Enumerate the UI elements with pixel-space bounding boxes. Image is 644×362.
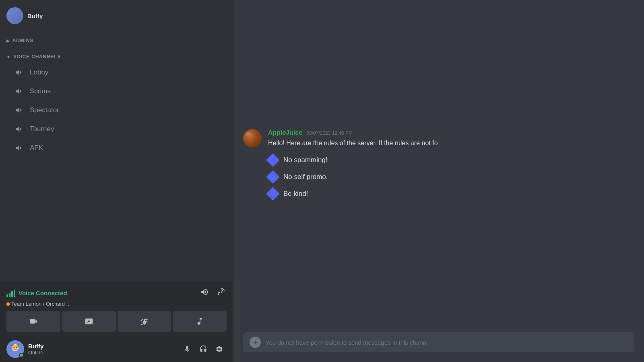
top-user-name: Buffy [27, 12, 43, 19]
voice-channel-icon-scrims [13, 85, 26, 98]
svg-point-5 [14, 347, 15, 348]
soundboard-button[interactable] [173, 311, 227, 332]
voice-status-row: Voice Connected [6, 286, 227, 300]
user-panel: Buffy Online [0, 336, 233, 362]
boost-button[interactable] [118, 311, 171, 332]
camera-button[interactable] [6, 311, 60, 332]
message-avatar [243, 129, 262, 148]
user-display-name: Buffy [28, 343, 180, 350]
voice-connected-label: Voice Connected [19, 290, 67, 296]
rule-text-2: No self promo. [283, 173, 328, 181]
chat-input-area: + You do not have permission to send mes… [233, 332, 644, 362]
disconnect-voice-icon[interactable] [215, 286, 227, 300]
diamond-icon-3 [266, 187, 280, 201]
sidebar-content: Buffy ▶ ADMINS ▼ VOICE CHANNELS Lobby Sc… [0, 0, 233, 282]
user-status-dot [19, 353, 24, 358]
channel-item-spectator[interactable]: Spectator [3, 101, 230, 119]
admins-section-header[interactable]: ▶ ADMINS [0, 31, 233, 47]
channel-name-spectator: Spectator [30, 106, 59, 114]
sidebar: Buffy ▶ ADMINS ▼ VOICE CHANNELS Lobby Sc… [0, 0, 233, 362]
rule-item-1: No spamming! [268, 155, 634, 165]
voice-channels-section-label: VOICE CHANNELS [13, 54, 61, 60]
message-content: AppleJuice 03/07/2023 12:46 PM Hello! He… [268, 129, 634, 199]
diamond-icon-2 [266, 170, 280, 184]
rules-list: No spamming! No self promo. Be kind! [268, 155, 634, 199]
voice-signal-icon [6, 290, 15, 297]
voice-channel-dot [6, 302, 10, 306]
voice-sound-waves-icon[interactable] [198, 286, 211, 300]
rule-item-3: Be kind! [268, 189, 634, 199]
message-row: AppleJuice 03/07/2023 12:46 PM Hello! He… [243, 129, 634, 199]
top-user-avatar [6, 7, 23, 24]
voice-action-buttons [6, 311, 227, 332]
voice-status-icons [198, 286, 227, 300]
chat-top-space [233, 0, 644, 121]
microphone-button[interactable] [180, 342, 194, 356]
message-timestamp: 03/07/2023 12:46 PM [306, 130, 353, 136]
voice-channel-icon-afk [13, 142, 26, 154]
screenshare-button[interactable] [62, 311, 116, 332]
channel-item-tourney[interactable]: Tourney [3, 120, 230, 138]
chat-messages: AppleJuice 03/07/2023 12:46 PM Hello! He… [233, 121, 644, 332]
rule-text-3: Be kind! [283, 190, 308, 198]
user-controls [180, 342, 227, 356]
voice-connected-bar: Voice Connected Team Lemon / Orchard ... [0, 282, 233, 336]
message-author: AppleJuice [268, 129, 302, 136]
signal-bar-2 [9, 293, 10, 297]
message-header: AppleJuice 03/07/2023 12:46 PM [268, 129, 634, 136]
voice-channels-chevron-icon: ▼ [6, 55, 11, 59]
user-avatar-wrap [6, 340, 24, 358]
chat-add-button[interactable]: + [250, 337, 261, 348]
admins-section-label: ADMINS [12, 38, 33, 43]
voice-channel-info: Team Lemon / Orchard ... [6, 301, 227, 307]
voice-channel-name: Team Lemon / Orchard ... [11, 301, 70, 307]
chat-area: AppleJuice 03/07/2023 12:46 PM Hello! He… [233, 0, 644, 362]
voice-channel-icon-tourney [13, 123, 26, 136]
channel-name-afk: AFK [30, 144, 43, 152]
channel-item-scrims[interactable]: Scrims [3, 82, 230, 101]
settings-button[interactable] [212, 342, 227, 356]
channel-item-afk[interactable]: AFK [3, 139, 230, 157]
voice-channel-icon-spectator [13, 104, 26, 117]
diamond-icon-1 [266, 153, 280, 167]
signal-bar-1 [6, 294, 8, 297]
channel-name-scrims: Scrims [30, 87, 51, 95]
rule-text-1: No spamming! [283, 156, 328, 164]
channel-name-lobby: Lobby [30, 68, 48, 76]
chat-input-placeholder: You do not have permission to send messa… [266, 339, 628, 346]
admins-chevron-icon: ▶ [6, 39, 10, 43]
voice-channels-section-header[interactable]: ▼ VOICE CHANNELS [0, 47, 233, 63]
headphones-button[interactable] [196, 342, 211, 356]
user-status-text: Online [28, 350, 180, 356]
voice-channel-icon-lobby [13, 66, 26, 79]
rule-item-2: No self promo. [268, 172, 634, 182]
chat-input-box: + You do not have permission to send mes… [243, 332, 634, 352]
voice-status-left: Voice Connected [6, 290, 67, 297]
signal-bar-3 [11, 291, 13, 297]
channel-item-lobby[interactable]: Lobby [3, 63, 230, 82]
message-text: Hello! Here are the rules of the server.… [268, 138, 634, 148]
signal-bar-4 [14, 290, 15, 297]
channel-name-tourney: Tourney [30, 125, 54, 133]
user-info: Buffy Online [28, 343, 180, 356]
svg-point-6 [16, 347, 17, 348]
top-user-row: Buffy [0, 4, 233, 31]
